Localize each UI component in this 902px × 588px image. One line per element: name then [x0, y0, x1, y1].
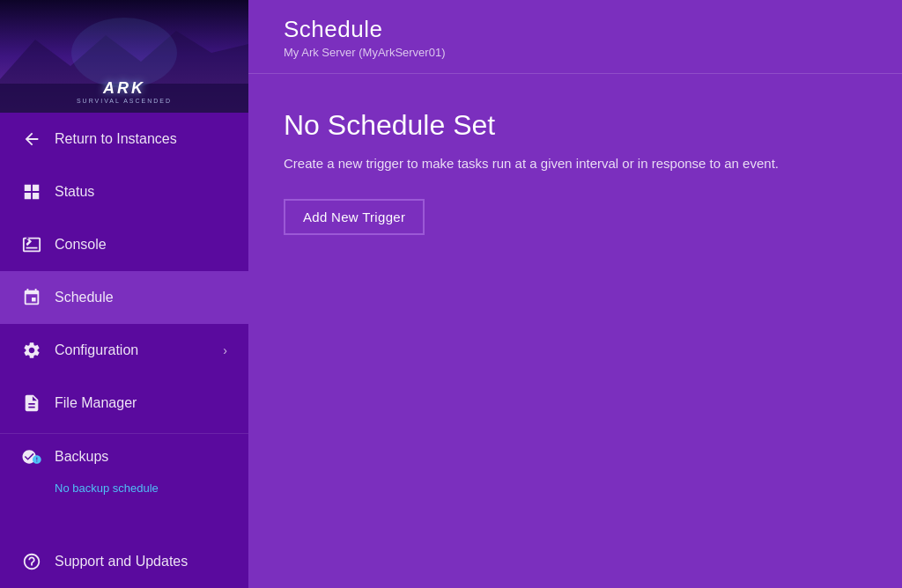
- sidebar-item-console[interactable]: Console: [0, 218, 248, 271]
- nav-divider: [0, 433, 248, 434]
- file-icon: [21, 393, 42, 414]
- svg-point-3: [71, 18, 177, 88]
- sidebar-item-label: Console: [55, 237, 107, 253]
- sidebar-item-file-manager[interactable]: File Manager: [0, 377, 248, 430]
- page-title: Schedule: [284, 16, 867, 43]
- sidebar-bottom: Support and Updates: [0, 535, 248, 588]
- main-content: Schedule My Ark Server (MyArkServer01) N…: [248, 0, 902, 588]
- page-content: No Schedule Set Create a new trigger to …: [248, 74, 902, 588]
- no-schedule-description: Create a new trigger to make tasks run a…: [284, 156, 867, 171]
- no-schedule-title: No Schedule Set: [284, 109, 867, 142]
- chevron-right-icon: ›: [223, 343, 227, 357]
- nav-items: Return to Instances Status Console: [0, 113, 248, 535]
- backups-icon: [21, 446, 42, 467]
- console-icon: [21, 234, 42, 255]
- sidebar-item-label: Status: [55, 184, 94, 200]
- config-icon: [21, 340, 42, 361]
- sidebar-item-backups[interactable]: Backups No backup schedule: [0, 437, 248, 503]
- add-new-trigger-button[interactable]: Add New Trigger: [284, 199, 425, 235]
- sidebar: ARK SURVIVAL ASCENDED Return to Instance…: [0, 0, 248, 588]
- sidebar-item-label: File Manager: [55, 395, 137, 411]
- backups-top: Backups: [21, 446, 227, 467]
- ark-logo-text: ARK: [77, 79, 172, 98]
- page-header: Schedule My Ark Server (MyArkServer01): [248, 0, 902, 74]
- sidebar-item-status[interactable]: Status: [0, 165, 248, 218]
- sidebar-item-label: Return to Instances: [55, 131, 177, 147]
- banner-image: ARK SURVIVAL ASCENDED: [0, 0, 248, 113]
- sidebar-banner: ARK SURVIVAL ASCENDED: [0, 0, 248, 113]
- ark-logo: ARK SURVIVAL ASCENDED: [77, 79, 172, 104]
- return-icon: [21, 129, 42, 150]
- ark-logo-subtitle: SURVIVAL ASCENDED: [77, 98, 172, 104]
- page-subtitle: My Ark Server (MyArkServer01): [284, 46, 867, 59]
- backup-warning-text: No backup schedule: [55, 481, 159, 495]
- sidebar-item-label: Configuration: [55, 342, 138, 358]
- status-icon: [21, 181, 42, 202]
- sidebar-item-label: Support and Updates: [55, 554, 188, 570]
- sidebar-item-label: Schedule: [55, 290, 114, 305]
- support-icon: [21, 551, 42, 572]
- sidebar-item-configuration[interactable]: Configuration ›: [0, 324, 248, 377]
- sidebar-item-schedule[interactable]: Schedule: [0, 271, 248, 324]
- sidebar-item-return-to-instances[interactable]: Return to Instances: [0, 113, 248, 165]
- sidebar-item-support-and-updates[interactable]: Support and Updates: [0, 535, 248, 588]
- schedule-icon: [21, 287, 42, 308]
- backups-label: Backups: [55, 449, 108, 465]
